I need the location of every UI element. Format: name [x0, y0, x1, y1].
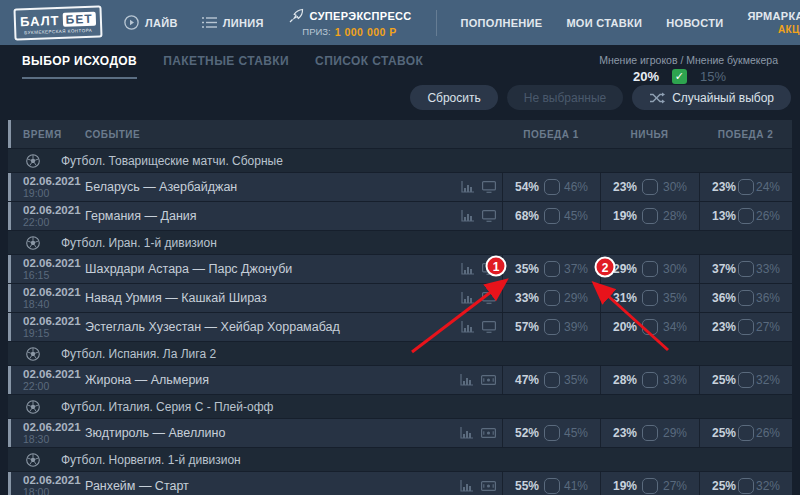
col-header-win1: ПОБЕДА 1: [502, 120, 600, 148]
draw-bookie-pct: 34%: [659, 320, 687, 334]
win1-checkbox[interactable]: [544, 261, 560, 277]
draw-checkbox[interactable]: [642, 478, 658, 494]
section-italy-serie-c[interactable]: Футбол. Италия. Серия С - Плей-офф: [8, 395, 792, 418]
event-date: 02.06.2021: [23, 175, 75, 187]
win1-bookie-pct: 46%: [560, 180, 588, 194]
draw-checkbox[interactable]: [642, 261, 658, 277]
opinion-label: Мнение игроков / Мнение букмекера: [599, 54, 778, 66]
random-choice-button[interactable]: Случайный выбор: [632, 85, 791, 110]
win2-checkbox[interactable]: [738, 179, 754, 195]
video-board-icon[interactable]: [481, 480, 496, 492]
win2-checkbox[interactable]: [738, 319, 754, 335]
col-header-draw: НИЧЬЯ: [600, 120, 699, 148]
draw-player-pct: 23%: [613, 426, 641, 440]
event-name[interactable]: Эстеглаль Хузестан — Хейбар Хоррамабад: [75, 320, 456, 334]
reset-button[interactable]: Сбросить: [410, 85, 497, 110]
event-name[interactable]: Беларусь — Азербайджан: [75, 180, 456, 194]
table-row: 02.06.2021 19:15 Эстеглаль Хузестан — Хе…: [8, 313, 792, 341]
nav-superexpress[interactable]: СУПЕРЭКСПРЕСС ПРИЗ: 1 000 000 Р: [288, 8, 412, 38]
event-name[interactable]: Шахрдари Астара — Парс Джонуби: [75, 262, 456, 276]
draw-checkbox[interactable]: [642, 372, 658, 388]
draw-checkbox[interactable]: [642, 179, 658, 195]
win1-checkbox[interactable]: [544, 478, 560, 494]
win2-checkbox[interactable]: [738, 425, 754, 441]
tab-bets-list[interactable]: СПИСОК СТАВОК: [315, 54, 423, 79]
nav-deposit[interactable]: ПОПОЛНЕНИЕ: [461, 17, 543, 29]
main-nav: ЛАЙВ ЛИНИЯ СУПЕРЭКСПРЕСС ПРИЗ: 1 000 000…: [124, 8, 800, 38]
win2-checkbox[interactable]: [738, 478, 754, 494]
win1-player-pct: 55%: [515, 479, 543, 493]
events-table: ВРЕМЯ СОБЫТИЕ ПОБЕДА 1 НИЧЬЯ ПОБЕДА 2 Фу…: [8, 120, 792, 495]
list-icon: [202, 16, 217, 29]
table-row: 02.06.2021 19:00 Беларусь — Азербайджан …: [8, 173, 792, 201]
baltbet-logo[interactable]: БАЛТ БЕТ БУКМЕКЕРСКАЯ КОНТОРА: [13, 5, 102, 40]
tv-icon[interactable]: [482, 263, 496, 275]
soccer-ball-icon: [26, 236, 40, 250]
win2-player-pct: 23%: [712, 180, 738, 194]
win2-checkbox[interactable]: [738, 372, 754, 388]
draw-checkbox[interactable]: [642, 319, 658, 335]
win1-player-pct: 57%: [515, 320, 543, 334]
tv-icon[interactable]: [482, 210, 496, 222]
event-date: 02.06.2021: [23, 368, 75, 380]
unselected-button[interactable]: Не выбранные: [507, 85, 623, 110]
table-row: 02.06.2021 16:15 Шахрдари Астара — Парс …: [8, 255, 792, 283]
stats-icon[interactable]: [461, 292, 474, 304]
tab-package-bets[interactable]: ПАКЕТНЫЕ СТАВКИ: [163, 54, 289, 79]
stats-icon[interactable]: [460, 480, 473, 492]
draw-bookie-pct: 33%: [659, 373, 687, 387]
nav-live[interactable]: ЛАЙВ: [124, 15, 178, 30]
nav-fair-of-luck[interactable]: ЯРМАРКА УДАЧИ АКЦИЯ: [747, 10, 800, 35]
win1-checkbox[interactable]: [544, 425, 560, 441]
stats-icon[interactable]: [460, 374, 473, 386]
win1-checkbox[interactable]: [544, 208, 560, 224]
win1-bookie-pct: 37%: [560, 262, 588, 276]
stats-icon[interactable]: [461, 181, 474, 193]
section-norway-division[interactable]: Футбол. Норвегия. 1-й дивизион: [8, 448, 792, 471]
event-date: 02.06.2021: [23, 286, 75, 298]
tv-icon[interactable]: [482, 292, 496, 304]
nav-my-bets[interactable]: МОИ СТАВКИ: [566, 17, 642, 29]
event-name[interactable]: Германия — Дания: [75, 209, 456, 223]
opinion-checkbox[interactable]: ✓: [672, 69, 687, 84]
event-name[interactable]: Зюдтироль — Авеллино: [75, 426, 456, 440]
win1-checkbox[interactable]: [544, 319, 560, 335]
event-date: 02.06.2021: [23, 315, 75, 327]
event-name[interactable]: Ранхейм — Старт: [75, 479, 456, 493]
event-time: 22:00: [23, 381, 75, 392]
win1-checkbox[interactable]: [544, 179, 560, 195]
event-name[interactable]: Жирона — Альмерия: [75, 373, 456, 387]
section-spain-laliga2[interactable]: Футбол. Испания. Ла Лига 2: [8, 342, 792, 365]
section-title: Футбол. Товарищеские матчи. Сборные: [61, 154, 283, 168]
nav-news[interactable]: НОВОСТИ: [666, 17, 723, 29]
event-name[interactable]: Навад Урмия — Кашкай Шираз: [75, 291, 456, 305]
win2-checkbox[interactable]: [738, 261, 754, 277]
stats-icon[interactable]: [461, 263, 474, 275]
stats-icon[interactable]: [460, 427, 473, 439]
win1-checkbox[interactable]: [544, 372, 560, 388]
section-iran-division[interactable]: Футбол. Иран. 1-й дивизион: [8, 231, 792, 254]
stats-icon[interactable]: [461, 321, 474, 333]
draw-player-pct: 20%: [613, 320, 641, 334]
win2-player-pct: 23%: [712, 320, 738, 334]
win2-bookie-pct: 32%: [754, 479, 780, 493]
nav-line[interactable]: ЛИНИЯ: [202, 16, 264, 29]
video-board-icon[interactable]: [481, 427, 496, 439]
win2-bookie-pct: 24%: [754, 180, 780, 194]
win2-checkbox[interactable]: [738, 290, 754, 306]
section-friendly-matches[interactable]: Футбол. Товарищеские матчи. Сборные: [8, 149, 792, 172]
play-circle-icon: [124, 15, 139, 30]
draw-checkbox[interactable]: [642, 425, 658, 441]
section-title: Футбол. Норвегия. 1-й дивизион: [61, 453, 241, 467]
video-board-icon[interactable]: [481, 374, 496, 386]
win2-checkbox[interactable]: [738, 208, 754, 224]
draw-bookie-pct: 35%: [659, 291, 687, 305]
draw-checkbox[interactable]: [642, 208, 658, 224]
tv-icon[interactable]: [482, 181, 496, 193]
win2-bookie-pct: 26%: [754, 426, 780, 440]
tv-icon[interactable]: [482, 321, 496, 333]
win1-checkbox[interactable]: [544, 290, 560, 306]
tab-outcome-selection[interactable]: ВЫБОР ИСХОДОВ: [22, 54, 137, 79]
stats-icon[interactable]: [461, 210, 474, 222]
draw-checkbox[interactable]: [642, 290, 658, 306]
